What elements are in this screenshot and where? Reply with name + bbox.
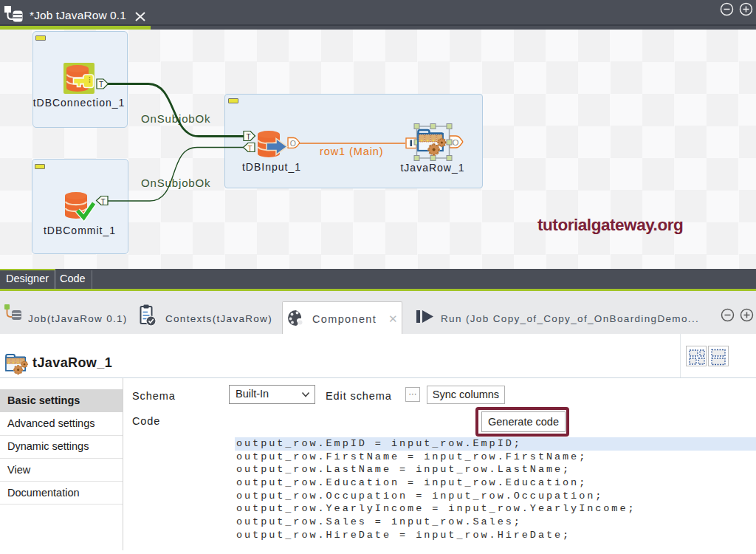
svg-text:T: T (248, 145, 252, 153)
svg-text:T: T (247, 133, 251, 141)
svg-text:T: T (101, 198, 106, 206)
svg-text:O: O (453, 138, 459, 147)
svg-text:T: T (99, 81, 103, 89)
svg-text:O: O (290, 139, 296, 148)
